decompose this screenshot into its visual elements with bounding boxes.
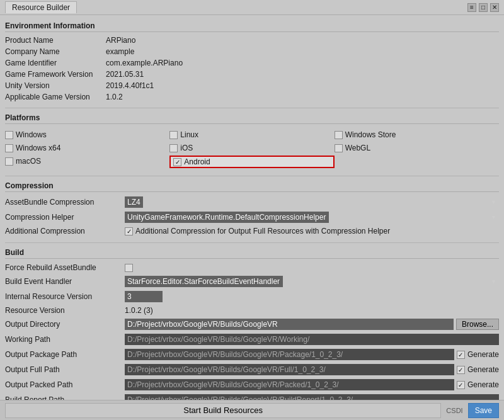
output-package-path-row: Output Package Path D:/Project/vrbox/Goo…	[5, 347, 499, 362]
minimize-icon[interactable]: □	[479, 3, 488, 12]
additional-compression-checkbox[interactable]: ✓	[125, 227, 133, 236]
platform-windows[interactable]: Windows	[5, 129, 169, 140]
output-package-generate-check[interactable]: ✓ Generate	[457, 350, 499, 359]
bottom-bar: Start Build Resources CSDI Save	[0, 400, 504, 420]
platforms-section: Platforms Windows Windows x64 macOS	[5, 111, 499, 171]
internal-resource-version-label: Internal Resource Version	[5, 292, 125, 301]
working-path-value: D:/Project/vrbox/GoogleVR/Builds/GoogleV…	[125, 334, 499, 345]
output-packed-path-row: Output Packed Path D:/Project/vrbox/Goog…	[5, 377, 499, 392]
product-name-label: Product Name	[5, 36, 106, 45]
output-directory-input[interactable]	[125, 319, 454, 330]
output-package-generate-label: Generate	[467, 350, 499, 359]
company-name-row: Company Name example	[5, 46, 499, 57]
resource-version-row: Resource Version 1.0.2 (3)	[5, 304, 499, 317]
title-bar: Resource Builder ≡ □ ✕	[0, 0, 504, 15]
compression-helper-select[interactable]: UnityGameFramework.Runtime.DefaultCompre…	[125, 212, 329, 223]
start-build-button[interactable]: Start Build Resources	[5, 403, 441, 418]
main-content: Environment Information Product Name ARP…	[0, 15, 504, 400]
windows-x64-checkbox[interactable]	[5, 144, 13, 152]
close-icon[interactable]: ✕	[490, 3, 499, 12]
output-directory-row: Output Directory Browse...	[5, 317, 499, 332]
assetbundle-compression-label: AssetBundle Compression	[5, 198, 125, 207]
windows-x64-label: Windows x64	[16, 144, 60, 152]
windows-label: Windows	[16, 130, 47, 139]
product-name-value: ARPiano	[106, 36, 135, 45]
additional-compression-check-group[interactable]: ✓ Additional Compression for Output Full…	[125, 227, 390, 236]
output-packed-generate-check[interactable]: ✓ Generate	[457, 380, 499, 389]
compression-helper-label: Compression Helper	[5, 213, 125, 222]
compression-section: Compression AssetBundle Compression LZ4 …	[5, 179, 499, 237]
unity-version-row: Unity Version 2019.4.40f1c1	[5, 80, 499, 91]
build-event-handler-label: Build Event Handler	[5, 277, 125, 286]
resource-version-value: 1.0.2 (3)	[125, 306, 153, 315]
platform-linux[interactable]: Linux	[169, 129, 334, 140]
additional-compression-row: Additional Compression ✓ Additional Comp…	[5, 225, 499, 237]
build-event-handler-select[interactable]: StarForce.Editor.StarForceBuildEventHand…	[125, 276, 283, 287]
output-packed-path-value: D:/Project/vrbox/GoogleVR/Builds/GoogleV…	[125, 379, 454, 390]
save-button[interactable]: Save	[468, 403, 499, 418]
webgl-checkbox[interactable]	[335, 144, 343, 152]
framework-version-value: 2021.05.31	[106, 70, 144, 79]
assetbundle-compression-select[interactable]: LZ4	[125, 196, 143, 208]
build-event-handler-wrapper[interactable]: StarForce.Editor.StarForceBuildEventHand…	[125, 276, 499, 287]
macos-label: macOS	[16, 157, 41, 166]
force-rebuild-checkbox[interactable]	[125, 264, 133, 272]
company-name-value: example	[106, 47, 134, 56]
title-tab[interactable]: Resource Builder	[5, 1, 77, 13]
platform-android[interactable]: ✓ Android	[169, 156, 334, 168]
additional-compression-label: Additional Compression	[5, 227, 125, 236]
unity-version-label: Unity Version	[5, 81, 106, 90]
build-header: Build	[5, 246, 499, 259]
windows-store-checkbox[interactable]	[335, 131, 343, 139]
game-id-row: Game Identifier com.example.ARPiano	[5, 57, 499, 69]
platform-ios[interactable]: iOS	[169, 142, 334, 154]
android-checkbox[interactable]: ✓	[173, 158, 181, 166]
macos-checkbox[interactable]	[5, 157, 13, 166]
applicable-version-value: 1.0.2	[106, 93, 123, 101]
divider3	[5, 242, 499, 243]
compression-helper-wrapper[interactable]: UnityGameFramework.Runtime.DefaultCompre…	[125, 212, 499, 223]
csdi-label: CSDI	[446, 407, 462, 414]
platform-windows-x64[interactable]: Windows x64	[5, 142, 169, 154]
platform-webgl[interactable]: WebGL	[335, 142, 499, 154]
working-path-row: Working Path D:/Project/vrbox/GoogleVR/B…	[5, 332, 499, 347]
output-full-path-label: Output Full Path	[5, 365, 125, 374]
game-id-value: com.example.ARPiano	[106, 59, 183, 67]
internal-resource-version-input[interactable]	[125, 291, 163, 302]
output-packed-checkbox[interactable]: ✓	[457, 381, 465, 389]
build-report-path-label: Build Report Path	[5, 395, 125, 400]
assetbundle-compression-wrapper[interactable]: LZ4	[125, 196, 499, 208]
linux-checkbox[interactable]	[169, 131, 178, 139]
build-report-path-value: D:/Project/vrbox/GoogleVR/Builds/GoogleV…	[125, 394, 499, 400]
menu-icon[interactable]: ≡	[467, 3, 476, 12]
title-bar-left: Resource Builder	[5, 1, 77, 13]
browse-button[interactable]: Browse...	[456, 319, 499, 330]
output-packed-path-label: Output Packed Path	[5, 380, 125, 389]
output-package-checkbox[interactable]: ✓	[457, 351, 465, 359]
ios-label: iOS	[180, 144, 193, 152]
unity-version-value: 2019.4.40f1c1	[106, 81, 154, 90]
windows-checkbox[interactable]	[5, 131, 13, 139]
ios-checkbox[interactable]	[169, 144, 178, 152]
output-full-generate-check[interactable]: ✓ Generate	[457, 365, 499, 374]
webgl-label: WebGL	[345, 144, 370, 152]
force-rebuild-label: Force Rebuild AssetBundle	[5, 263, 125, 272]
compression-header: Compression	[5, 179, 499, 192]
output-full-checkbox[interactable]: ✓	[457, 366, 465, 374]
build-event-handler-row: Build Event Handler StarForce.Editor.Sta…	[5, 274, 499, 289]
framework-version-label: Game Framework Version	[5, 70, 106, 79]
game-id-label: Game Identifier	[5, 59, 106, 67]
applicable-version-label: Applicable Game Version	[5, 93, 106, 101]
platform-macos[interactable]: macOS	[5, 156, 169, 167]
window-controls[interactable]: ≡ □ ✕	[467, 3, 499, 12]
platforms-grid: Windows Windows x64 macOS Linux	[5, 127, 499, 171]
additional-compression-desc: Additional Compression for Output Full R…	[135, 227, 390, 236]
compression-helper-row: Compression Helper UnityGameFramework.Ru…	[5, 210, 499, 225]
resource-version-label: Resource Version	[5, 306, 125, 315]
linux-label: Linux	[180, 130, 198, 139]
environment-section: Environment Information Product Name ARP…	[5, 19, 499, 103]
android-label: Android	[184, 157, 210, 166]
company-name-label: Company Name	[5, 47, 106, 56]
platform-windows-store[interactable]: Windows Store	[335, 129, 499, 140]
output-full-generate-label: Generate	[467, 365, 499, 374]
